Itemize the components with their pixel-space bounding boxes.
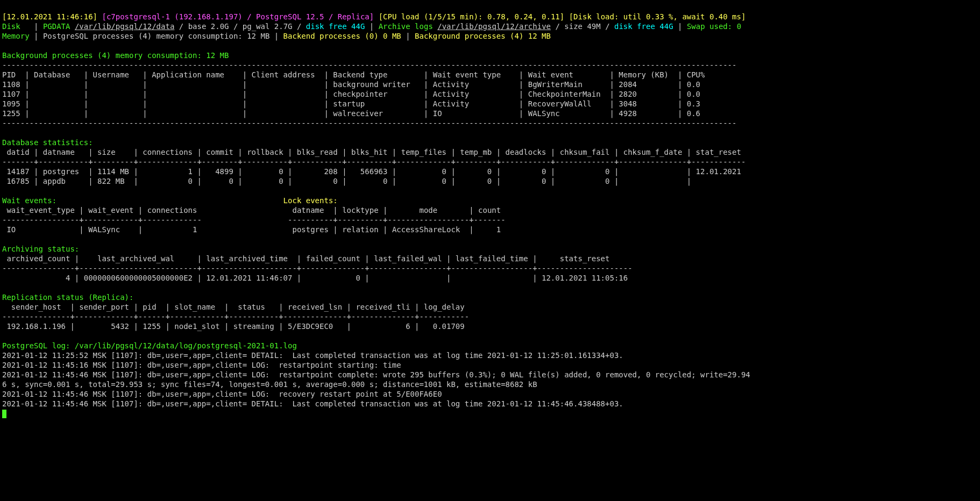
- bg-header: PID | Database | Username | Application …: [2, 70, 705, 79]
- db-stats-row-0: 14187 | postgres | 1114 MB | 1 | 4899 | …: [2, 167, 741, 176]
- base-size: base 2.0G: [188, 22, 229, 31]
- repl-sep: ---------------+-------------+------+---…: [2, 312, 469, 321]
- header-cpu-values: 0.78, 0.24, 0.11: [487, 12, 560, 21]
- header-disk-util: 0.33 %: [646, 12, 673, 21]
- swap-label: Swap used:: [687, 22, 737, 31]
- archive-path: /var/lib/pgsql/12/archive: [437, 22, 551, 31]
- bg-row-1: 1107 | | | | | checkpointer | Activity |…: [2, 90, 700, 98]
- bg-row-3: 1255 | | | | | walreceiver | IO | WALSyn…: [2, 109, 700, 118]
- disk-label: Disk: [2, 22, 30, 31]
- log-line-0: 2021-01-12 11:25:52 MSK [1107]: db=,user…: [2, 351, 623, 360]
- archive-logs-label: Archive logs: [379, 22, 438, 31]
- diskline-pipe2: |: [365, 22, 378, 31]
- backend-processes: Backend processes (0) 0 MB: [283, 32, 401, 40]
- repl-row: 192.168.1.196 | 5432 | 1255 | node1_slot…: [2, 322, 465, 331]
- swap-value: 0: [737, 22, 741, 31]
- db-stats-title: Database statistics:: [2, 138, 93, 147]
- disk-free-value: 44G: [351, 22, 365, 31]
- df-sep: /: [293, 22, 306, 31]
- pgwal-sep: /: [229, 22, 242, 31]
- archive-disk-free-label: disk free: [614, 22, 659, 31]
- pgdata-label: PGDATA: [43, 22, 75, 31]
- replication-title: Replication status (Replica):: [2, 293, 133, 302]
- bg-processes-title: Background processes (4) memory consumpt…: [2, 51, 229, 60]
- size-sep: /: [551, 22, 564, 31]
- terminal-output: [12.01.2021 11:46:16] [c7postgresql-1 (1…: [0, 0, 980, 420]
- disk-free-label: disk free: [306, 22, 351, 31]
- log-line-2: 2021-01-12 11:45:46 MSK [1107]: db=,user…: [2, 370, 750, 379]
- pg-processes: PostgreSQL processes (4) memory consumpt…: [43, 32, 269, 40]
- log-line-1: 2021-01-12 11:45:16 MSK [1107]: db=,user…: [2, 361, 401, 369]
- header-timestamp: 12.01.2021 11:46:16: [6, 12, 93, 21]
- header-host: c7postgresql-1 (192.168.1.197) / Postgre…: [106, 12, 370, 21]
- wait-events-title: Wait events:: [2, 196, 56, 205]
- wait-row: IO | WALSync | 1: [2, 225, 202, 234]
- archive-row: 4 | 0000000600000005000000E2 | 12.01.202…: [2, 274, 628, 282]
- lock-header: datname | locktype | mode | count: [288, 206, 506, 214]
- log-line-5: 2021-01-12 11:45:46 MSK [1107]: db=,user…: [2, 399, 623, 408]
- db-stats-sep: -------+-----------+---------+----------…: [2, 158, 745, 166]
- diskline-pipe1: |: [30, 22, 43, 31]
- header-host-close: ]: [370, 12, 374, 21]
- memline-pipe1: |: [30, 32, 43, 40]
- diskline-pipe3: |: [673, 22, 687, 31]
- cursor-icon: [2, 410, 6, 418]
- wait-sep: -----------------+------------+---------…: [2, 216, 202, 224]
- log-line-4: 2021-01-12 11:45:46 MSK [1107]: db=,user…: [2, 390, 442, 398]
- bg-row-0: 1108 | | | | | background writer | Activ…: [2, 80, 700, 89]
- header-timestamp-close: ]: [93, 12, 97, 21]
- header-disk-open: [: [564, 12, 573, 21]
- repl-header: sender_host | sender_port | pid | slot_n…: [2, 303, 469, 311]
- lock-events-title: Lock events:: [283, 196, 338, 205]
- wait-header: wait_event_type | wait_event | connectio…: [2, 206, 202, 214]
- header-disk-label: Disk load: util: [573, 12, 646, 21]
- pgdata-path: /var/lib/pgsql/12/data: [75, 22, 174, 31]
- bg-sep-top: ----------------------------------------…: [2, 61, 736, 69]
- log-title-prefix: PostgreSQL log:: [2, 341, 75, 350]
- db-stats-header: datid | datname | size | connections | c…: [2, 148, 745, 156]
- header-disk-close: ]: [741, 12, 745, 21]
- archive-size: size 49M: [564, 22, 600, 31]
- lock-sep: ----------+----------+------------------…: [288, 216, 506, 224]
- background-processes: Background processes (4) 12 MB: [415, 32, 551, 40]
- base-sep: /: [174, 22, 188, 31]
- bg-row-2: 1095 | | | | | startup | Activity | Reco…: [2, 99, 700, 108]
- archive-disk-free-value: 44G: [659, 22, 673, 31]
- memline-pipe2: |: [269, 32, 283, 40]
- header-cpu-close: ]: [560, 12, 564, 21]
- pgwal-size: pg_wal 2.7G: [243, 22, 293, 31]
- adf-sep: /: [601, 22, 614, 31]
- header-host-open: [: [97, 12, 106, 21]
- bg-sep-bottom: ----------------------------------------…: [2, 119, 736, 127]
- archive-sep: ----------------+-----------------------…: [2, 264, 633, 273]
- archiving-title: Archiving status:: [2, 245, 79, 253]
- header-cpu-open: [: [374, 12, 383, 21]
- header-disk-await-label: , await: [673, 12, 709, 21]
- lock-row: postgres | relation | AccessShareLock | …: [288, 225, 506, 234]
- memline-pipe3: |: [401, 32, 415, 40]
- header-cpu-label: CPU load (1/5/15 min):: [383, 12, 487, 21]
- log-path: /var/lib/pgsql/12/data/log/postgresql-20…: [75, 341, 297, 350]
- db-stats-row-1: 16785 | appdb | 822 MB | 0 | 0 | 0 | 0 |…: [2, 177, 696, 185]
- header-disk-await: 0.40 ms: [709, 12, 741, 21]
- log-line-3: 6 s, sync=0.001 s, total=29.953 s; sync …: [2, 380, 537, 389]
- archive-header: archived_count | last_archived_wal | las…: [2, 254, 633, 263]
- memory-label: Memory: [2, 32, 30, 40]
